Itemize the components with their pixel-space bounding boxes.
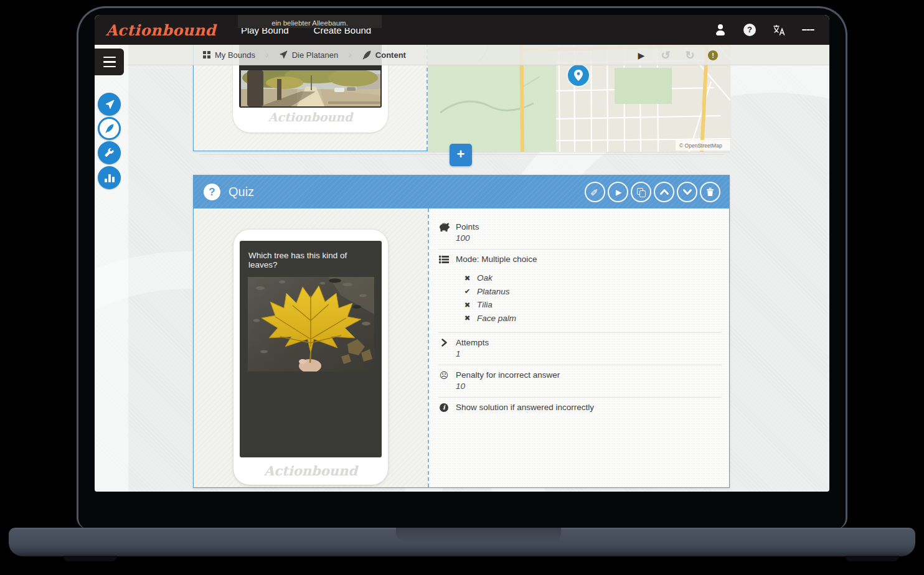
wrong-answer-icon: ✖	[463, 314, 471, 322]
location-arrow-icon	[279, 50, 288, 59]
map-attribution: © OpenStreetMap	[679, 143, 722, 149]
street-photo	[241, 70, 380, 106]
chevron-right-icon	[438, 338, 450, 358]
quiz-preview-panel: Which tree has this kind of leaves?	[194, 208, 428, 487]
answer-option: ✔ Platanus	[463, 285, 537, 299]
piggy-bank-icon	[438, 222, 450, 243]
quiz-actions: ✎ ▶	[585, 182, 720, 202]
location-arrow-icon	[105, 100, 115, 110]
answer-option: ✖ Tilia	[463, 298, 537, 312]
wrench-icon	[105, 148, 114, 157]
frown-icon: ☹	[438, 370, 450, 391]
quiz-element-card: ? Quiz ✎ ▶	[193, 175, 730, 488]
warning-icon[interactable]: !	[708, 50, 718, 60]
redo-button[interactable]: ↻	[684, 49, 696, 62]
navbar-right: ?	[714, 24, 829, 36]
sidebar-item-content[interactable]	[98, 117, 121, 140]
move-down-button[interactable]	[677, 182, 697, 202]
actionbound-watermark: Actionbound	[233, 110, 388, 124]
laptop-base	[9, 528, 915, 556]
sidebar-item-bound[interactable]	[98, 93, 121, 116]
move-up-button[interactable]	[654, 182, 674, 202]
edit-button[interactable]: ✎	[585, 182, 605, 202]
breadcrumb-my-bounds[interactable]: My Bounds	[203, 50, 255, 60]
translate-icon[interactable]	[773, 24, 785, 36]
copy-icon	[637, 188, 645, 197]
quiz-question-text: Which tree has this kind of leaves?	[240, 241, 382, 274]
quiz-details-panel: Points 100 Mode: Multiple choice	[428, 208, 729, 487]
user-icon[interactable]	[714, 24, 727, 36]
answer-options: ✖ Oak ✔ Platanus ✖ Tilia	[463, 271, 537, 325]
stage-toolbar: ▶ ↺ ↻ !	[635, 45, 718, 65]
info-icon: i	[438, 403, 450, 412]
attempts-label: Attempts	[456, 338, 489, 347]
wrong-answer-icon: ✖	[463, 274, 471, 283]
scrolled-slide-text: ein beliebter Alleebaum.	[238, 15, 382, 28]
quiz-card-header: ? Quiz ✎ ▶	[194, 175, 729, 208]
phone-screen: Which tree has this kind of leaves?	[240, 241, 382, 457]
help-icon[interactable]: ?	[743, 24, 756, 36]
points-value: 100	[456, 233, 479, 243]
quiz-title: Quiz	[229, 185, 254, 199]
map-pin-icon[interactable]	[567, 64, 590, 86]
mode-label: Mode: Multiple choice	[456, 255, 537, 264]
penalty-label: Penalty for incorrect answer	[456, 370, 560, 380]
penalty-section: ☹ Penalty for incorrect answer 10	[438, 367, 722, 398]
wrong-answer-icon: ✖	[463, 301, 471, 309]
breadcrumb-content[interactable]: Content	[362, 50, 406, 60]
sidebar-item-settings[interactable]	[98, 141, 121, 164]
solution-section: i Show solution if answered incorrectly	[438, 399, 722, 418]
mode-section: Mode: Multiple choice ✖ Oak ✔ Platanus	[438, 251, 722, 333]
preview-play-button[interactable]: ▶	[608, 182, 628, 202]
breadcrumb-separator: ›	[348, 49, 352, 61]
pencil-icon: ✎	[589, 188, 600, 196]
quill-icon	[362, 50, 371, 60]
answer-option: ✖ Face palm	[463, 312, 537, 325]
chevron-up-icon	[660, 189, 669, 195]
delete-button[interactable]	[700, 182, 720, 202]
penalty-value: 10	[456, 381, 560, 391]
attempts-section: Attempts 1	[438, 334, 722, 365]
add-element-button[interactable]: +	[450, 144, 472, 166]
stage-play-button[interactable]: ▶	[635, 50, 648, 60]
bar-chart-icon	[105, 174, 115, 182]
quiz-type-icon: ?	[204, 184, 220, 200]
answer-option: ✖ Oak	[463, 271, 537, 285]
sidebar-menu-button[interactable]	[95, 49, 124, 75]
chevron-down-icon	[683, 189, 692, 195]
solution-label: Show solution if answered incorrectly	[456, 403, 594, 412]
points-label: Points	[456, 222, 479, 231]
correct-answer-icon: ✔	[463, 287, 471, 296]
laptop-notch	[396, 528, 561, 541]
leaf-photo	[248, 277, 374, 372]
actionbound-watermark: Actionbound	[240, 463, 382, 479]
menu-icon[interactable]	[802, 24, 814, 36]
top-navbar: Actionbound Play Bound Create Bound ?	[95, 15, 829, 45]
quill-icon	[105, 124, 114, 133]
sidebar	[95, 45, 128, 492]
attempts-value: 1	[456, 349, 489, 358]
grid-icon	[203, 51, 210, 58]
breadcrumb: My Bounds › Die Platanen › Content ▶ ↺ ↻…	[95, 45, 829, 65]
undo-button[interactable]: ↺	[659, 49, 672, 62]
breadcrumb-bound[interactable]: Die Platanen	[279, 50, 338, 60]
trash-icon	[706, 187, 714, 197]
breadcrumb-separator: ›	[265, 49, 269, 61]
list-icon	[438, 255, 450, 326]
laptop-mockup: Actionbound	[0, 0, 924, 575]
sidebar-item-stats[interactable]	[98, 166, 121, 189]
play-icon: ▶	[615, 188, 621, 197]
quiz-card-body: Which tree has this kind of leaves?	[194, 208, 729, 487]
points-section: Points 100	[438, 218, 722, 250]
app-viewport: Actionbound	[95, 15, 829, 492]
phone-preview: Which tree has this kind of leaves?	[233, 230, 388, 485]
duplicate-button[interactable]	[631, 182, 651, 202]
actionbound-logo[interactable]: Actionbound	[106, 21, 216, 39]
